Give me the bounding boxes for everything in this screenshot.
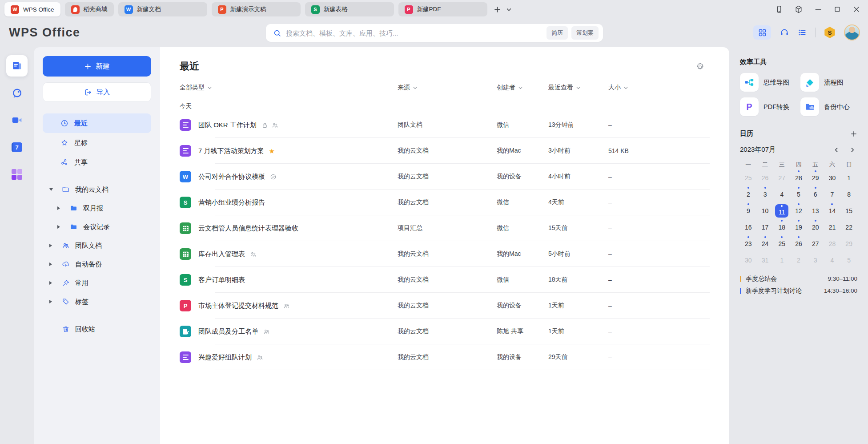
caret-right-icon[interactable] <box>57 225 63 229</box>
event-item[interactable]: 新季度学习计划讨论 14:30–16:00 <box>740 285 857 297</box>
calendar-day[interactable]: 20 <box>807 219 824 235</box>
calendar-day[interactable]: 30 <box>824 170 841 186</box>
calendar-day[interactable]: 26 <box>757 170 774 186</box>
import-button[interactable]: 导入 <box>43 82 151 102</box>
file-row[interactable]: 库存出入管理表 我的云文档 我的Mac 5小时前 – <box>160 241 729 267</box>
integration-box-icon[interactable] <box>794 5 803 14</box>
maximize-button[interactable] <box>833 5 841 13</box>
tab-wps-office[interactable]: W WPS Office <box>4 2 60 16</box>
calendar-day[interactable]: 22 <box>840 219 857 235</box>
calendar-day[interactable]: 28 <box>790 170 807 186</box>
calendar-day[interactable]: 3 <box>807 252 824 268</box>
calendar-day[interactable]: 27 <box>807 235 824 252</box>
calendar-day[interactable]: 2 <box>790 252 807 268</box>
minimize-button[interactable] <box>814 5 823 14</box>
calendar-day[interactable]: 31 <box>757 252 774 268</box>
tool-pdf-convert[interactable]: P PDF转换 <box>740 97 797 116</box>
tab-docer-mall[interactable]: 稻壳商城 <box>65 2 114 16</box>
filter-last-viewed[interactable]: 最近查看 <box>548 84 608 92</box>
calendar-day[interactable]: 4 <box>773 186 790 202</box>
calendar-add-event-button[interactable] <box>850 130 857 137</box>
caret-right-icon[interactable] <box>49 281 55 285</box>
tree-item-auto-backup[interactable]: 自动备份 <box>43 255 151 274</box>
file-row[interactable]: S 营销小组业绩分析报告 我的云文档 微信 4天前 – <box>160 190 729 215</box>
rail-documents-button[interactable] <box>6 55 28 77</box>
apps-grid-button[interactable] <box>753 25 771 40</box>
tool-backup-center[interactable]: 备份中心 <box>800 97 857 116</box>
calendar-day[interactable]: 30 <box>740 252 757 268</box>
calendar-day[interactable]: 4 <box>824 252 841 268</box>
calendar-day[interactable]: 21 <box>824 219 841 235</box>
file-row[interactable]: 7 月线下活动策划方案 ★ 我的云文档 我的Mac 3小时前 514 KB <box>160 138 729 164</box>
filter-size[interactable]: 大小 <box>608 84 710 92</box>
calendar-day[interactable]: 26 <box>790 235 807 252</box>
sidebar-item-recent[interactable]: 最近 <box>43 113 151 133</box>
calendar-day[interactable]: 25 <box>740 170 757 186</box>
search-tag-proposal[interactable]: 策划案 <box>571 26 599 40</box>
file-row[interactable]: S 客户订单明细表 我的云文档 微信 18天前 – <box>160 267 729 293</box>
filter-creator[interactable]: 创建者 <box>497 84 548 92</box>
calendar-day[interactable]: 19 <box>790 219 807 235</box>
sidebar-item-shared[interactable]: 共享 <box>43 153 151 172</box>
calendar-day[interactable]: 25 <box>773 235 790 252</box>
support-headset-button[interactable] <box>780 28 789 37</box>
calendar-day[interactable]: 1 <box>840 170 857 186</box>
tree-item-tags[interactable]: 标签 <box>43 292 151 311</box>
filter-all-types[interactable]: 全部类型 <box>180 84 398 92</box>
calendar-day-selected[interactable]: 11 <box>773 202 790 219</box>
calendar-day[interactable]: 12 <box>790 202 807 219</box>
member-badge-icon[interactable]: S <box>824 27 836 38</box>
caret-right-icon[interactable] <box>57 206 63 210</box>
calendar-day[interactable]: 14 <box>824 202 841 219</box>
calendar-day[interactable]: 6 <box>807 186 824 202</box>
task-list-button[interactable] <box>798 28 807 37</box>
tab-new-spreadsheet[interactable]: S 新建表格 <box>305 2 394 16</box>
calendar-day[interactable]: 23 <box>740 235 757 252</box>
event-item[interactable]: 季度总结会 9:30–11:00 <box>740 273 857 285</box>
file-row[interactable]: W 公司对外合作协议模板 我的云文档 我的设备 4小时前 – <box>160 164 729 190</box>
calendar-day[interactable]: 7 <box>824 186 841 202</box>
calendar-prev-month-button[interactable] <box>832 146 841 154</box>
calendar-day[interactable]: 3 <box>757 186 774 202</box>
search-bar[interactable]: 简历 策划案 <box>266 24 603 42</box>
tree-item-frequent[interactable]: 常用 <box>43 274 151 292</box>
tree-item-team-docs[interactable]: 团队文档 <box>43 236 151 255</box>
tool-flowchart[interactable]: 流程图 <box>800 73 857 92</box>
tab-new-presentation[interactable]: P 新建演示文稿 <box>212 2 301 16</box>
calendar-day[interactable]: 16 <box>740 219 757 235</box>
tool-mindmap[interactable]: 思维导图 <box>740 73 797 92</box>
caret-right-icon[interactable] <box>49 262 55 266</box>
sidebar-item-starred[interactable]: 星标 <box>43 133 151 153</box>
calendar-day[interactable]: 29 <box>840 235 857 252</box>
file-row[interactable]: 兴趣爱好组队计划 我的云文档 我的设备 29天前 – <box>160 344 729 370</box>
caret-down-icon[interactable] <box>49 188 55 191</box>
tab-new-pdf[interactable]: P 新建PDF <box>398 2 487 16</box>
calendar-day[interactable]: 2 <box>740 186 757 202</box>
rail-calendar-button[interactable]: 7 <box>6 137 28 158</box>
calendar-day[interactable]: 27 <box>773 170 790 186</box>
calendar-day[interactable]: 9 <box>740 202 757 219</box>
filter-source[interactable]: 来源 <box>398 84 497 92</box>
rail-chat-button[interactable] <box>6 82 28 104</box>
caret-right-icon[interactable] <box>49 244 55 247</box>
tree-item-meeting-notes[interactable]: 会议记录 <box>43 218 151 236</box>
file-row[interactable]: 团队成员及分工名单 我的云文档 陈旭 共享 1天前 – <box>160 319 729 344</box>
calendar-day[interactable]: 5 <box>840 252 857 268</box>
tab-list-dropdown[interactable] <box>503 4 515 15</box>
tree-item-bimonthly-report[interactable]: 双月报 <box>43 199 151 218</box>
calendar-day[interactable]: 17 <box>757 219 774 235</box>
caret-right-icon[interactable] <box>49 300 55 303</box>
settings-gear-button[interactable] <box>696 62 704 71</box>
calendar-day[interactable]: 28 <box>824 235 841 252</box>
close-button[interactable] <box>852 5 861 14</box>
search-input[interactable] <box>286 29 543 37</box>
tab-new-document[interactable]: W 新建文档 <box>118 2 207 16</box>
file-row[interactable]: 团队 OKR 工作计划 团队文档 微信 13分钟前 – <box>160 112 729 138</box>
new-document-button[interactable]: 新建 <box>43 56 151 77</box>
calendar-day[interactable]: 8 <box>840 186 857 202</box>
tree-item-recycle-bin[interactable]: 回收站 <box>43 320 151 339</box>
calendar-day[interactable]: 1 <box>773 252 790 268</box>
calendar-day[interactable]: 24 <box>757 235 774 252</box>
calendar-day[interactable]: 10 <box>757 202 774 219</box>
calendar-next-month-button[interactable] <box>848 146 857 154</box>
